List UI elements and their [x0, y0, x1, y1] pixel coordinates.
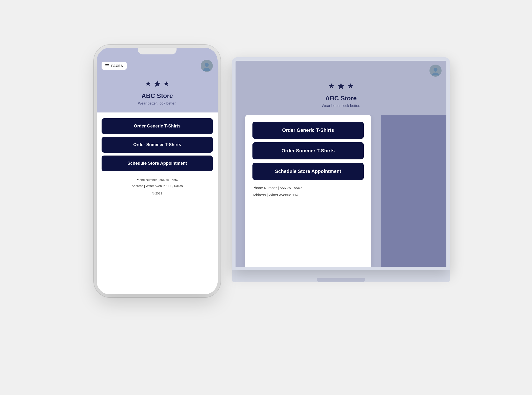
- phone-btn-order-generic[interactable]: Order Generic T-Shirts: [102, 118, 213, 134]
- phone-tagline: Wear better, look better.: [138, 101, 177, 105]
- svg-point-3: [432, 73, 439, 75]
- laptop-screen-container: ★ ★ ★ ABC Store Wear better, look better…: [232, 57, 450, 270]
- laptop-card: Order Generic T-Shirts Order Summer T-Sh…: [245, 115, 371, 267]
- laptop-content-area: Order Generic T-Shirts Order Summer T-Sh…: [236, 115, 446, 267]
- phone-content: Order Generic T-Shirts Order Summer T-Sh…: [97, 112, 218, 294]
- phone-footer: Phone Number | 556 751 5567 Address | Wi…: [102, 174, 213, 202]
- laptop-btn-order-generic[interactable]: Order Generic T-Shirts: [252, 122, 364, 139]
- phone-device: PAGES ★ ★ ★ ABC Store Wear better, look: [97, 48, 218, 294]
- svg-point-0: [205, 63, 209, 67]
- phone-address-info: Address | Witter Avenue 11/3, Dallas: [106, 184, 208, 188]
- hamburger-icon: [105, 64, 109, 67]
- laptop-star-center: ★: [337, 82, 345, 91]
- laptop-tagline: Wear better, look better.: [322, 104, 360, 108]
- user-avatar: [201, 60, 213, 72]
- laptop-top-bar: [236, 61, 446, 79]
- svg-point-1: [203, 68, 210, 71]
- laptop-stars-row: ★ ★ ★: [328, 82, 354, 91]
- laptop-address-info: Address | Witter Avenue 11/3,: [252, 193, 364, 197]
- laptop-device: ★ ★ ★ ABC Store Wear better, look better…: [232, 57, 450, 299]
- laptop-btn-schedule[interactable]: Schedule Store Appointment: [252, 163, 364, 180]
- laptop-base: [232, 270, 450, 282]
- svg-point-2: [434, 68, 437, 72]
- star-center: ★: [153, 79, 161, 88]
- phone-store-name: ABC Store: [141, 92, 173, 100]
- phone-copyright: © 2021: [106, 192, 208, 195]
- stars-row: ★ ★ ★: [145, 79, 169, 88]
- phone-screen: PAGES ★ ★ ★ ABC Store Wear better, look: [97, 48, 218, 294]
- star-left: ★: [145, 80, 151, 87]
- laptop-foot: [317, 278, 365, 282]
- laptop-phone-info: Phone Number | 556 751 5567: [252, 186, 364, 190]
- laptop-screen: ★ ★ ★ ABC Store Wear better, look better…: [236, 61, 446, 267]
- laptop-star-left: ★: [328, 83, 334, 89]
- laptop-hero: ★ ★ ★ ABC Store Wear better, look better…: [236, 79, 446, 115]
- scene: PAGES ★ ★ ★ ABC Store Wear better, look: [97, 28, 435, 367]
- phone-phone-info: Phone Number | 556 751 5567: [106, 178, 208, 182]
- phone-notch: [138, 48, 177, 54]
- laptop-btn-order-summer[interactable]: Order Summer T-Shirts: [252, 142, 364, 159]
- laptop-user-avatar: [429, 65, 442, 77]
- laptop-sidebar: [381, 115, 446, 267]
- laptop-store-name: ABC Store: [325, 95, 357, 102]
- laptop: ★ ★ ★ ABC Store Wear better, look better…: [232, 57, 450, 299]
- phone-btn-schedule[interactable]: Schedule Store Appointment: [102, 156, 213, 171]
- star-right: ★: [163, 80, 169, 87]
- pages-label: PAGES: [111, 64, 123, 68]
- phone-hero: ★ ★ ★ ABC Store Wear better, look better…: [97, 77, 218, 112]
- laptop-star-right: ★: [347, 83, 354, 89]
- pages-button[interactable]: PAGES: [102, 62, 127, 70]
- phone-btn-order-summer[interactable]: Order Summer T-Shirts: [102, 137, 213, 153]
